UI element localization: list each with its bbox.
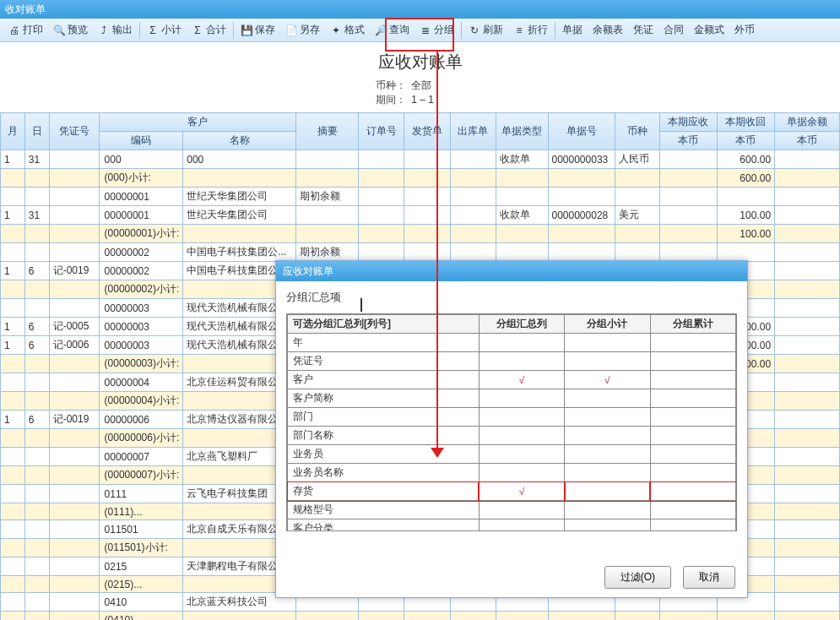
cell[interactable] — [1, 355, 25, 373]
cell[interactable] — [1, 225, 25, 243]
table-row[interactable]: (00000001)小计:100.00 — [1, 225, 840, 243]
cell[interactable]: 记-0019 — [49, 262, 99, 280]
cell[interactable] — [24, 448, 49, 466]
dialog-cell[interactable]: 客户分类 — [288, 519, 480, 532]
dialog-cell[interactable] — [479, 334, 564, 352]
col-shipment[interactable]: 发货单 — [404, 113, 450, 150]
cell[interactable] — [49, 593, 99, 612]
cell[interactable]: 美元 — [615, 206, 659, 225]
cell[interactable] — [659, 243, 717, 262]
cell[interactable] — [548, 188, 615, 206]
cell[interactable] — [1, 373, 25, 392]
cell[interactable] — [548, 243, 615, 262]
cell[interactable] — [1, 188, 25, 206]
dialog-cell[interactable] — [479, 464, 564, 482]
cell[interactable] — [296, 225, 358, 243]
cell[interactable] — [548, 225, 615, 243]
cell[interactable] — [775, 503, 840, 520]
cell[interactable]: (00000004)小计: — [99, 392, 183, 411]
cell[interactable] — [49, 557, 99, 576]
cell[interactable] — [659, 188, 717, 206]
toolbar-合同[interactable]: 合同 — [658, 20, 689, 41]
dialog-cell[interactable]: 客户 — [288, 371, 480, 389]
toolbar-单据[interactable]: 单据 — [557, 20, 588, 41]
cell[interactable] — [496, 225, 548, 243]
dialog-cell[interactable]: √ — [479, 482, 564, 501]
cell[interactable] — [183, 169, 296, 188]
dialog-cell[interactable] — [565, 445, 650, 464]
cell[interactable] — [404, 206, 450, 225]
dialog-cell[interactable] — [479, 445, 564, 464]
toolbar-另存[interactable]: 📄另存 — [280, 20, 325, 41]
cell[interactable] — [24, 612, 49, 621]
cell[interactable] — [659, 150, 717, 169]
cell[interactable]: 31 — [24, 206, 49, 225]
cell[interactable]: 中国电子科技集团公... — [183, 243, 296, 262]
dialog-cell[interactable] — [565, 501, 650, 519]
cell[interactable]: 6 — [24, 411, 49, 429]
cell[interactable]: 6 — [24, 318, 49, 336]
cell[interactable] — [775, 280, 840, 299]
cell[interactable]: 0410 — [99, 593, 183, 612]
cell[interactable] — [24, 576, 49, 593]
cell[interactable] — [450, 150, 496, 169]
cell[interactable] — [24, 373, 49, 392]
cell[interactable] — [1, 485, 25, 503]
col-outbound[interactable]: 出库单 — [450, 113, 496, 150]
cell[interactable] — [775, 188, 840, 206]
dialog-row[interactable]: 部门 — [288, 408, 736, 427]
cell[interactable]: 记-0019 — [49, 411, 99, 429]
toolbar-格式[interactable]: ✦格式 — [325, 20, 370, 41]
cell[interactable]: 人民币 — [615, 150, 659, 169]
cell[interactable] — [24, 593, 49, 612]
dialog-cell[interactable]: 凭证号 — [288, 352, 480, 371]
cell[interactable] — [775, 318, 840, 336]
col-recv-local[interactable]: 本币 — [659, 132, 717, 150]
cell[interactable]: 00000001 — [99, 188, 183, 206]
cell[interactable]: 000 — [183, 150, 296, 169]
cell[interactable]: 00000002 — [99, 262, 183, 280]
dialog-cell[interactable] — [565, 464, 650, 482]
cell[interactable] — [1, 612, 25, 621]
dialog-cell[interactable]: 规格型号 — [288, 501, 480, 519]
dlg-col3[interactable]: 分组小计 — [565, 315, 650, 334]
cell[interactable] — [775, 225, 840, 243]
toolbar-合计[interactable]: Σ合计 — [187, 20, 231, 41]
cell[interactable] — [775, 243, 840, 262]
cell[interactable] — [296, 150, 358, 169]
cell[interactable] — [1, 169, 25, 188]
cell[interactable] — [775, 539, 840, 557]
cell[interactable] — [24, 188, 49, 206]
col-order[interactable]: 订单号 — [358, 113, 404, 150]
col-summary[interactable]: 摘要 — [296, 113, 358, 150]
cell[interactable]: (00000007)小计: — [99, 466, 183, 485]
dialog-row[interactable]: 部门名称 — [288, 427, 736, 445]
cell[interactable] — [548, 612, 615, 621]
dialog-row[interactable]: 客户√√ — [288, 371, 736, 389]
col-name[interactable]: 名称 — [183, 132, 296, 150]
cell[interactable] — [775, 299, 840, 318]
cell[interactable] — [49, 392, 99, 411]
cell[interactable]: 100.00 — [717, 206, 774, 225]
cell[interactable] — [358, 169, 404, 188]
cell[interactable] — [24, 503, 49, 520]
dialog-cell[interactable] — [650, 519, 735, 532]
cell[interactable]: 600.00 — [717, 150, 774, 169]
dialog-row[interactable]: 规格型号 — [288, 501, 736, 519]
cancel-button[interactable]: 取消 — [683, 566, 735, 589]
cell[interactable]: 世纪天华集团公司 — [183, 188, 296, 206]
cell[interactable] — [1, 392, 25, 411]
cell[interactable] — [775, 392, 840, 411]
cell[interactable] — [183, 612, 296, 621]
dialog-cell[interactable]: 业务员 — [288, 445, 480, 464]
table-row[interactable]: 131000000收款单0000000033人民币600.00 — [1, 150, 840, 169]
cell[interactable] — [615, 243, 659, 262]
cell[interactable]: 1 — [1, 262, 25, 280]
cell[interactable] — [1, 593, 25, 612]
col-billno[interactable]: 单据号 — [548, 113, 615, 150]
cell[interactable] — [615, 169, 659, 188]
cell[interactable] — [717, 243, 774, 262]
cell[interactable] — [496, 612, 548, 621]
cell[interactable]: 期初余额 — [296, 243, 358, 262]
cell[interactable] — [1, 503, 25, 520]
